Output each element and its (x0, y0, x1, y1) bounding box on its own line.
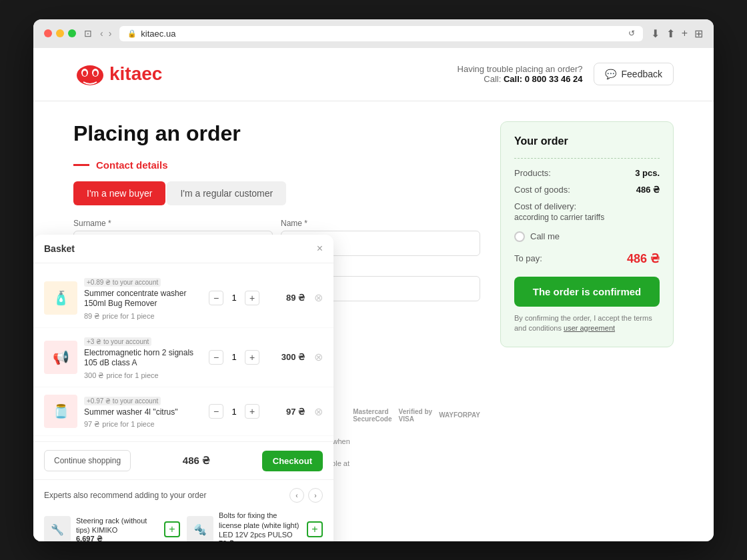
basket-item: 🫙 +0.97 ₴ to your account Summer washer … (33, 387, 333, 437)
basket-close-button[interactable]: × (317, 243, 323, 255)
nav-back-button[interactable]: ‹ (100, 28, 103, 39)
order-divider (514, 158, 660, 159)
experts-header: Experts also recommend adding to your or… (44, 488, 323, 503)
expert-item-price: 79 ₴ (219, 539, 301, 541)
item-remove-button[interactable]: ⊗ (314, 291, 323, 304)
delivery-value: according to carrier tariffs (514, 213, 604, 222)
qty-increase-button[interactable]: + (245, 350, 259, 365)
red-line-decorator (73, 164, 89, 166)
experts-prev-button[interactable]: ‹ (289, 488, 304, 503)
confirm-order-button[interactable]: The order is confirmed (514, 277, 660, 307)
experts-items-list: 🔧 Steering rack (without tips) KIMIKO 6,… (44, 511, 323, 541)
svg-point-3 (83, 71, 87, 76)
browser-toolbar: ⊡ ‹ › 🔒 kitaec.ua ↺ ⬇ ⬆ + ⊞ (33, 19, 714, 48)
download-icon[interactable]: ⬇ (651, 27, 660, 40)
item-total: 97 ₴ (271, 407, 305, 417)
qty-decrease-button[interactable]: − (209, 350, 223, 365)
site-header: kitaec Having trouble placing an order? … (33, 48, 714, 101)
minimize-window-button[interactable] (56, 29, 64, 37)
cost-label: Cost of goods: (514, 185, 570, 195)
expert-item-name: Steering rack (without tips) KIMIKO (76, 516, 159, 535)
browser-window: ⊡ ‹ › 🔒 kitaec.ua ↺ ⬇ ⬆ + ⊞ (33, 19, 714, 541)
basket-total-price: 486 ₴ (183, 455, 210, 467)
delivery-label: Cost of delivery: (514, 201, 576, 211)
qty-increase-button[interactable]: + (245, 291, 259, 305)
basket-popup: Basket × 🧴 +0.89 ₴ to your account Summe… (33, 235, 333, 541)
expert-item-name: Bolts for fixing the license plate (whit… (219, 511, 301, 539)
feedback-label: Feedback (622, 69, 662, 79)
expert-item: 🔧 Steering rack (without tips) KIMIKO 6,… (44, 511, 180, 541)
address-bar[interactable]: 🔒 kitaec.ua ↺ (119, 26, 642, 41)
sidebar-toggle-icon[interactable]: ⊡ (84, 28, 92, 39)
qty-increase-button[interactable]: + (245, 404, 259, 419)
experts-next-button[interactable]: › (308, 488, 323, 503)
to-pay-row: To pay: 486 ₴ (514, 251, 660, 266)
page-content: kitaec Having trouble placing an order? … (33, 48, 714, 541)
expert-item-image: 🔧 (44, 516, 71, 541)
page-title: Placing an order (73, 121, 480, 146)
item-remove-button[interactable]: ⊗ (314, 351, 323, 363)
item-remove-button[interactable]: ⊗ (314, 405, 323, 418)
continue-shopping-button[interactable]: Continue shopping (44, 450, 131, 471)
expert-item-price: 6,697 ₴ (76, 535, 159, 541)
basket-footer: Continue shopping 486 ₴ Checkout (33, 441, 333, 479)
logo[interactable]: kitaec (73, 61, 162, 87)
share-icon[interactable]: ⬆ (666, 27, 675, 40)
surname-label: Surname * (73, 219, 273, 228)
svg-point-0 (77, 65, 103, 85)
nav-forward-button[interactable]: › (109, 28, 112, 39)
item-price-small: 89 ₴ price for 1 piece (84, 312, 202, 321)
item-bonus: +0.97 ₴ to your account (84, 397, 161, 405)
reload-icon[interactable]: ↺ (628, 29, 635, 38)
basket-items-list: 🧴 +0.89 ₴ to your account Summer concent… (33, 263, 333, 442)
item-qty-control: − 1 + (209, 291, 259, 305)
item-qty-control: − 1 + (209, 350, 259, 365)
verified-visa-logo: Verified byVISA (399, 408, 433, 423)
products-value: 3 pcs. (635, 168, 660, 178)
expert-item: 🔩 Bolts for fixing the license plate (wh… (187, 511, 323, 541)
close-window-button[interactable] (44, 29, 52, 37)
experts-title: Experts also recommend adding to your or… (44, 491, 206, 500)
item-qty-control: − 1 + (209, 404, 259, 419)
lock-icon: 🔒 (127, 29, 137, 38)
basket-item: 🧴 +0.89 ₴ to your account Summer concent… (33, 269, 333, 328)
item-bonus: +3 ₴ to your account (84, 337, 151, 346)
qty-decrease-button[interactable]: − (209, 291, 223, 305)
trouble-text: Having trouble placing an order? Call: C… (458, 64, 583, 84)
item-price-small: 97 ₴ price for 1 piece (84, 420, 202, 429)
tab-new-buyer[interactable]: I'm a new buyer (73, 181, 165, 205)
expert-item-image: 🔩 (187, 516, 213, 541)
products-row: Products: 3 pcs. (514, 168, 660, 178)
mastercard-logo: MastercardSecureCode (353, 408, 392, 423)
basket-item: 📢 +3 ₴ to your account Electromagnetic h… (33, 328, 333, 387)
basket-header: Basket × (33, 235, 333, 263)
qty-value: 1 (227, 352, 241, 362)
item-image: 📢 (44, 341, 77, 374)
basket-title: Basket (44, 243, 75, 254)
qty-decrease-button[interactable]: − (209, 404, 223, 419)
call-me-row[interactable]: Call me (514, 231, 660, 242)
tabs-icon[interactable]: ⊞ (694, 27, 703, 40)
call-me-checkbox[interactable] (514, 231, 525, 242)
item-info: +3 ₴ to your account Electromagnetic hor… (84, 335, 202, 380)
qty-value: 1 (227, 293, 241, 303)
new-tab-icon[interactable]: + (682, 27, 688, 40)
logo-text: kitaec (109, 63, 162, 85)
item-bonus: +0.89 ₴ to your account (84, 278, 161, 287)
maximize-window-button[interactable] (68, 29, 76, 37)
call-me-label: Call me (530, 231, 560, 241)
browser-actions: ⬇ ⬆ + ⊞ (651, 27, 703, 40)
expert-add-button[interactable]: + (164, 521, 180, 537)
item-image: 🧴 (44, 281, 77, 315)
item-total: 89 ₴ (271, 293, 305, 303)
checkout-button[interactable]: Checkout (262, 451, 323, 471)
experts-section: Experts also recommend adding to your or… (33, 479, 333, 541)
item-info: +0.97 ₴ to your account Summer washer 4l… (84, 394, 202, 429)
expert-item-info: Steering rack (without tips) KIMIKO 6,69… (76, 516, 159, 541)
item-info: +0.89 ₴ to your account Summer concentra… (84, 275, 202, 321)
url-text: kitaec.ua (141, 29, 175, 39)
tab-regular-customer[interactable]: I'm a regular customer (167, 181, 286, 205)
terms-link[interactable]: user agreement (564, 324, 615, 332)
expert-add-button[interactable]: + (307, 521, 323, 537)
feedback-button[interactable]: 💬 Feedback (594, 63, 674, 85)
